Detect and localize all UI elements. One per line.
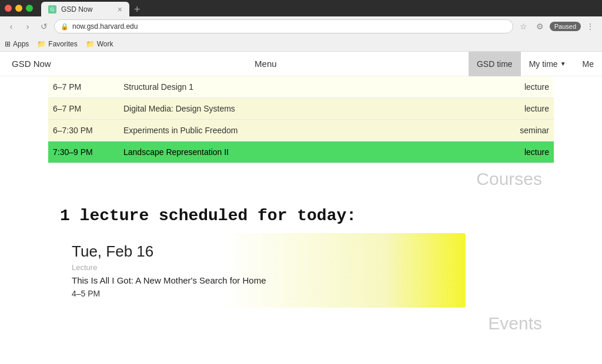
new-tab-button[interactable]: + [129,2,145,17]
browser-tab-active[interactable]: G GSD Now × [41,2,129,17]
tab-bar: G GSD Now × + [36,0,597,17]
lock-icon: 🔒 [61,23,69,31]
page-content: GSD Now Menu GSD time My time ▼ Me 6–7 P… [0,52,602,339]
bookmarks-bar: ⊞ Apps 📁 Favorites 📁 Work [0,36,602,52]
work-bookmark[interactable]: 📁 Work [86,40,113,48]
events-label: Events [48,308,554,339]
schedule-type: seminar [450,120,554,141]
tab-my-time[interactable]: My time ▼ [521,52,574,76]
apps-bookmark[interactable]: ⊞ Apps [5,40,29,48]
schedule-table: 6–7 PM Structural Design 1 lecture 6–7 P… [48,76,554,163]
site-title: GSD Now [0,59,63,69]
title-bar: G GSD Now × + [0,0,602,16]
browser-right-icons: ☆ ⚙ Paused ⋮ [517,19,597,33]
lecture-heading: 1 lecture scheduled for today: [48,195,554,233]
schedule-title: Structural Design 1 [119,76,450,98]
schedule-time: 6–7 PM [48,76,119,98]
more-icon[interactable]: ⋮ [583,19,597,33]
event-card[interactable]: Tue, Feb 16 Lecture This Is All I Got: A… [60,233,466,308]
work-folder-icon: 📁 [86,40,95,48]
courses-label: Courses [48,163,554,195]
event-card-container: Tue, Feb 16 Lecture This Is All I Got: A… [48,233,554,308]
schedule-title: Experiments in Public Freedom [119,120,450,141]
event-type: Lecture [72,263,454,272]
tab-close-icon[interactable]: × [118,5,122,14]
address-bar[interactable]: 🔒 now.gsd.harvard.edu [54,19,513,33]
forward-button[interactable]: › [21,20,34,33]
favorites-icon: 📁 [37,40,46,48]
schedule-section: 6–7 PM Structural Design 1 lecture 6–7 P… [48,76,554,163]
close-button[interactable] [5,5,12,12]
event-title: This Is All I Got: A New Mother's Search… [72,274,454,287]
table-row[interactable]: 6–7 PM Digital Media: Design Systems lec… [48,98,554,120]
schedule-title: Landscape Representation II [119,141,450,163]
table-row[interactable]: 6–7:30 PM Experiments in Public Freedom … [48,120,554,141]
site-nav: GSD Now Menu GSD time My time ▼ Me [0,52,602,76]
table-row[interactable]: 7:30–9 PM Landscape Representation II le… [48,141,554,163]
star-icon[interactable]: ☆ [517,19,531,33]
nav-tabs: GSD time My time ▼ Me [469,52,602,76]
schedule-time: 6–7:30 PM [48,120,119,141]
work-label: Work [97,40,113,48]
favorites-bookmark[interactable]: 📁 Favorites [37,40,77,48]
favorites-label: Favorites [48,40,77,48]
table-row[interactable]: 6–7 PM Structural Design 1 lecture [48,76,554,98]
schedule-title: Digital Media: Design Systems [119,98,450,120]
paused-button[interactable]: Paused [550,22,581,31]
tab-gsd-time[interactable]: GSD time [469,52,521,76]
nav-menu-link[interactable]: Menu [63,59,469,69]
reload-button[interactable]: ↺ [38,20,51,33]
url-text: now.gsd.harvard.edu [72,22,138,31]
schedule-time: 7:30–9 PM [48,141,119,163]
schedule-time: 6–7 PM [48,98,119,120]
schedule-type: lecture [450,98,554,120]
schedule-type: lecture [450,141,554,163]
extensions-icon[interactable]: ⚙ [533,19,547,33]
apps-label: Apps [13,40,29,48]
browser-chrome: G GSD Now × + ‹ › ↺ 🔒 now.gsd.harvard.ed… [0,0,602,52]
my-time-arrow-icon: ▼ [560,60,566,67]
schedule-type: lecture [450,76,554,98]
tab-me[interactable]: Me [574,52,602,76]
tab-title: GSD Now [61,5,113,14]
traffic-lights [5,5,33,12]
address-bar-row: ‹ › ↺ 🔒 now.gsd.harvard.edu ☆ ⚙ Paused ⋮ [0,16,602,36]
apps-grid-icon: ⊞ [5,40,11,48]
maximize-button[interactable] [26,5,33,12]
event-date: Tue, Feb 16 [72,242,454,261]
tab-favicon: G [48,5,56,14]
back-button[interactable]: ‹ [5,20,18,33]
event-time: 4–5 PM [72,289,454,298]
minimize-button[interactable] [15,5,22,12]
